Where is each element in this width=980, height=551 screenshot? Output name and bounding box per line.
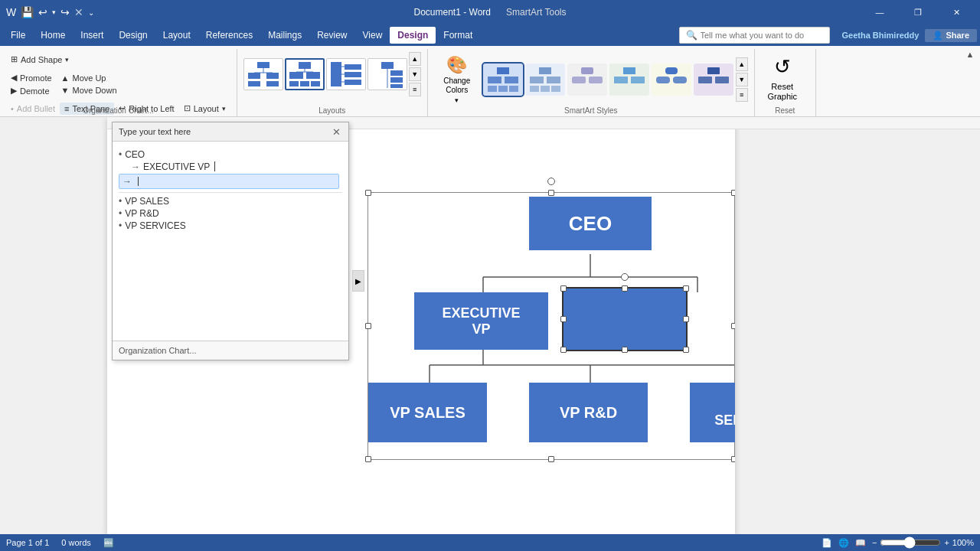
- menu-insert[interactable]: Insert: [73, 27, 111, 44]
- style-thumb-5[interactable]: [652, 64, 691, 96]
- box-handle-br[interactable]: [683, 347, 689, 353]
- quick-access-save[interactable]: 💾: [21, 6, 34, 18]
- styles-more[interactable]: ≡: [736, 88, 748, 102]
- svg-rect-33: [539, 67, 551, 74]
- menu-design[interactable]: Design: [111, 27, 155, 44]
- rotate-handle[interactable]: [547, 178, 555, 185]
- text-pane-expand[interactable]: ▶: [352, 270, 364, 292]
- org-box-new[interactable]: [564, 289, 686, 350]
- style-thumb-2[interactable]: [525, 64, 565, 96]
- change-colors-dropdown[interactable]: ▾: [455, 96, 459, 104]
- style-thumb-6[interactable]: [694, 64, 733, 96]
- reset-graphic-button[interactable]: ↺ ResetGraphic: [761, 49, 804, 108]
- zoom-slider[interactable]: [880, 536, 941, 549]
- layout-thumb-1[interactable]: [243, 58, 283, 90]
- move-up-button[interactable]: ▲ Move Up: [57, 72, 122, 84]
- close-button[interactable]: ✕: [939, 0, 974, 24]
- menu-file[interactable]: File: [3, 27, 33, 44]
- svg-rect-40: [572, 77, 586, 83]
- smartart-styles-gallery: ▲ ▼ ≡: [483, 54, 748, 105]
- layout-thumb-3[interactable]: [326, 58, 366, 90]
- menu-layout[interactable]: Layout: [155, 27, 198, 44]
- tp-item-active[interactable]: →: [119, 174, 339, 189]
- handle-tr[interactable]: [731, 190, 735, 196]
- handle-bm[interactable]: [548, 456, 554, 462]
- org-box-vprd[interactable]: VP R&D: [529, 383, 648, 442]
- gallery-more[interactable]: ≡: [409, 83, 421, 96]
- view-read-icon[interactable]: 📖: [855, 538, 866, 548]
- handle-bl[interactable]: [365, 456, 371, 462]
- quick-access-redo[interactable]: ↪: [60, 6, 70, 18]
- tp-text-evp[interactable]: EXECUTIVE VP: [143, 161, 210, 172]
- tp-text-ceo[interactable]: CEO: [125, 149, 145, 160]
- svg-rect-41: [589, 77, 603, 83]
- svg-rect-46: [656, 77, 670, 83]
- move-down-button[interactable]: ▼ Move Down: [57, 84, 122, 96]
- box-handle-tl[interactable]: [560, 285, 567, 292]
- quick-access-customize[interactable]: ✕: [74, 6, 83, 18]
- smartart-selection-border: CEO EXECUTIVEVP: [368, 192, 735, 460]
- create-graphic-mid-row: ◀ Promote ▶ Demote ▲ Move Up ▼ M: [6, 68, 122, 99]
- menu-mailings[interactable]: Mailings: [260, 27, 309, 44]
- change-colors-button[interactable]: 🎨 ChangeColors ▾: [434, 52, 480, 107]
- tp-text-vpsales[interactable]: VP SALES: [125, 196, 169, 207]
- svg-rect-24: [390, 70, 403, 76]
- add-shape-dropdown[interactable]: ▾: [65, 56, 69, 64]
- handle-mr[interactable]: [731, 323, 735, 329]
- style-thumb-4[interactable]: [609, 64, 649, 96]
- quick-access-undo[interactable]: ↩: [38, 6, 47, 18]
- menu-view[interactable]: View: [355, 27, 390, 44]
- box-handle-bl[interactable]: [560, 347, 567, 353]
- view-print-icon[interactable]: 📄: [822, 538, 832, 548]
- search-input[interactable]: [701, 31, 823, 40]
- box-handle-tr[interactable]: [683, 285, 689, 292]
- promote-demote-col: ◀ Promote ▶ Demote: [6, 71, 57, 97]
- org-box-evp[interactable]: EXECUTIVEVP: [414, 292, 548, 350]
- quick-access-undo-dropdown[interactable]: ▾: [52, 8, 56, 16]
- zoom-in-icon[interactable]: +: [944, 538, 949, 547]
- gallery-scroll-down[interactable]: ▼: [409, 67, 421, 81]
- share-button[interactable]: 👤 Share: [925, 29, 977, 42]
- layout-thumb-4[interactable]: [368, 58, 407, 90]
- org-box-vpsales[interactable]: VP SALES: [368, 383, 487, 442]
- handle-ml[interactable]: [365, 323, 371, 329]
- styles-scroll-up[interactable]: ▲: [736, 57, 748, 71]
- view-web-icon[interactable]: 🌐: [838, 538, 849, 548]
- user-name[interactable]: Geetha Bhimireddy: [842, 31, 920, 40]
- group-layouts: ▲ ▼ ≡ Layouts: [237, 49, 428, 116]
- demote-button[interactable]: ▶ Demote: [6, 84, 57, 97]
- box-handle-mr[interactable]: [683, 316, 689, 322]
- box-handle-bm[interactable]: [622, 347, 628, 353]
- menu-home[interactable]: Home: [33, 27, 73, 44]
- minimize-button[interactable]: —: [862, 0, 897, 24]
- handle-br[interactable]: [731, 456, 735, 462]
- quick-access-more[interactable]: ⌄: [88, 8, 94, 17]
- box-handle-tm[interactable]: [622, 285, 628, 292]
- styles-scroll-down[interactable]: ▼: [736, 73, 748, 86]
- menu-review[interactable]: Review: [309, 27, 354, 44]
- tp-text-vpservices[interactable]: VP SERVICES: [125, 220, 186, 231]
- style-thumb-3[interactable]: [567, 64, 607, 96]
- handle-tl[interactable]: [365, 190, 371, 196]
- add-shape-button[interactable]: ⊞ Add Shape ▾: [6, 52, 74, 67]
- menu-references[interactable]: References: [198, 27, 260, 44]
- layout-thumb-2[interactable]: [285, 58, 325, 90]
- text-pane-close-button[interactable]: ✕: [330, 126, 342, 138]
- org-box-ceo[interactable]: CEO: [529, 197, 652, 250]
- menu-format[interactable]: Format: [436, 27, 480, 44]
- org-box-vpservices[interactable]: VPSERVICES: [690, 383, 735, 442]
- svg-rect-8: [289, 72, 303, 79]
- menu-design-smartart[interactable]: Design: [390, 27, 436, 44]
- box-rotate-handle[interactable]: [621, 273, 629, 281]
- zoom-out-icon[interactable]: −: [872, 538, 877, 547]
- style-thumb-1[interactable]: [483, 64, 523, 96]
- gallery-scroll-up[interactable]: ▲: [409, 52, 421, 66]
- box-handle-ml[interactable]: [560, 316, 567, 322]
- tp-text-vprd[interactable]: VP R&D: [125, 208, 158, 219]
- svg-rect-38: [551, 86, 560, 92]
- handle-tm[interactable]: [548, 190, 554, 196]
- collapse-ribbon-button[interactable]: ▲: [963, 47, 977, 61]
- text-pane-footer[interactable]: Organization Chart...: [113, 341, 348, 360]
- promote-button[interactable]: ◀ Promote: [6, 71, 57, 84]
- restore-button[interactable]: ❐: [900, 0, 936, 24]
